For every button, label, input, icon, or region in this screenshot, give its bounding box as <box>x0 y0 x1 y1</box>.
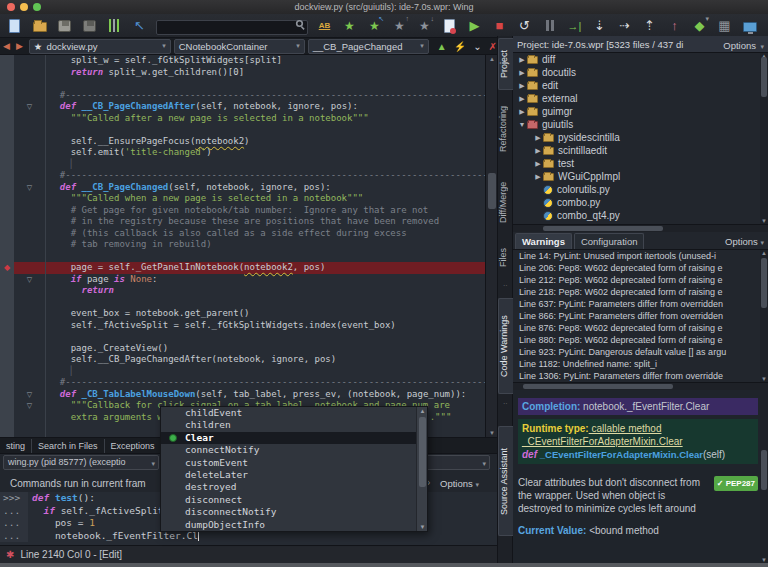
code-line[interactable]: ▏ <box>0 366 485 378</box>
code-line[interactable]: self.__EnsurePageFocus(notebook2) <box>0 136 485 148</box>
bottom-tab-sting[interactable]: sting <box>0 439 32 453</box>
secondary-select[interactable]: ▾ <box>426 455 490 470</box>
scroll-up-icon[interactable]: ▲ <box>760 250 768 256</box>
tree-expand-icon[interactable]: ▶ <box>533 160 543 168</box>
code-line[interactable]: return <box>0 285 485 297</box>
bottom-tab-exceptions[interactable]: Exceptions <box>105 439 162 453</box>
code-line[interactable]: return split_w.get_children()[0] <box>0 67 485 79</box>
completion-item[interactable]: destroyed <box>161 481 427 493</box>
step-out-button[interactable]: ⇡ <box>641 17 658 34</box>
step-over-button[interactable]: ⇢ <box>616 17 633 34</box>
code-line[interactable]: ▽ def __CB_PageChangedAfter(self, notebo… <box>0 101 485 113</box>
runtime-type-link[interactable]: callable method <box>589 423 662 434</box>
code-line[interactable]: ◆ page = self._GetPanelInNotebook(notebo… <box>0 262 485 274</box>
warning-row[interactable]: Line 14: PyLint: Unused import itertools… <box>513 250 760 262</box>
step-over-call-button[interactable]: ⇣ <box>591 17 608 34</box>
warning-row[interactable]: Line 212: Pep8: W602 deprecated form of … <box>513 274 760 286</box>
code-line[interactable]: self.__CB_PageChangedAfter(notebook, ign… <box>0 354 485 366</box>
code-line[interactable]: ▏ <box>0 159 485 171</box>
debug-console-button[interactable] <box>741 17 758 34</box>
scrollbar-thumb[interactable] <box>523 384 673 389</box>
tree-expand-icon[interactable]: ▶ <box>517 82 527 90</box>
scrollbar-thumb[interactable] <box>543 226 663 231</box>
warnings-hscrollbar[interactable] <box>513 382 768 390</box>
breakpoint-manager-button[interactable]: ▦ <box>716 17 733 34</box>
warning-row[interactable]: Line 1182: Undefined name: split_i <box>513 358 760 370</box>
completion-item[interactable]: connectNotify <box>161 444 427 456</box>
tree-item[interactable]: ▶guimgr <box>513 105 760 118</box>
add-bookmark-button[interactable]: ★ <box>341 17 358 34</box>
tree-expand-icon[interactable]: ▶ <box>517 56 527 64</box>
chevron-down-icon[interactable]: ▾ <box>162 42 166 50</box>
tree-item[interactable]: ▶WGuiCppImpl <box>513 170 760 183</box>
scrollbar-thumb[interactable] <box>761 258 767 308</box>
save-as-button[interactable] <box>81 17 98 34</box>
vertical-tab-diff-merge[interactable]: Diff/Merge <box>498 168 513 236</box>
vertical-tab-files[interactable]: Files <box>498 238 513 276</box>
vertical-tab-project[interactable]: Project <box>498 38 513 90</box>
tree-item[interactable]: ▼guiutils <box>513 118 760 131</box>
close-icon[interactable]: ✗ <box>489 41 497 52</box>
chevron-down-icon[interactable]: ⌄ <box>473 41 481 52</box>
warnings-options-button[interactable]: Options ▾ <box>725 236 764 249</box>
tree-item[interactable]: ▶pysidescintilla <box>513 131 760 144</box>
completion-item[interactable]: children <box>161 419 427 431</box>
code-line[interactable]: self.emit('title-changed') <box>0 147 485 159</box>
search-input[interactable] <box>156 20 308 35</box>
code-line[interactable]: # Get page for given notebook/tab number… <box>0 205 485 217</box>
code-line[interactable] <box>0 78 485 90</box>
warning-row[interactable]: Line 876: Pep8: W602 deprecated form of … <box>513 322 760 334</box>
toggle-breakpoint-button[interactable]: ◆▾ <box>691 17 708 34</box>
chevron-down-icon[interactable]: ▾ <box>296 42 300 50</box>
code-line[interactable] <box>0 297 485 309</box>
scroll-down-icon[interactable]: ▼ <box>760 557 768 563</box>
scrollbar-thumb[interactable] <box>761 450 767 490</box>
code-line[interactable]: #---------------------------------------… <box>0 377 485 389</box>
project-options-button[interactable]: Options ▾ <box>723 35 764 53</box>
tree-item[interactable]: ▶scintillaedit <box>513 144 760 157</box>
run-debug-button[interactable]: ▶ <box>466 17 483 34</box>
code-line[interactable]: # in the registry because these are posi… <box>0 216 485 228</box>
tab-dockview[interactable]: ★ dockview.py ▾ <box>29 39 171 54</box>
code-editor[interactable]: split_w = self._fGtkSplitWidgets[split] … <box>0 55 485 437</box>
prev-bookmark-button[interactable]: ★↑ <box>391 17 408 34</box>
breakpoint-icon[interactable]: ◆ <box>0 262 14 274</box>
warnings-scrollbar[interactable]: ▲ ▼ <box>760 250 768 382</box>
stop-debug-button[interactable]: ■ <box>491 17 508 34</box>
tree-expand-icon[interactable]: ▶ <box>533 134 543 142</box>
scroll-down-icon[interactable]: ▼ <box>417 524 428 530</box>
code-line[interactable]: split_w = self._fGtkSplitWidgets[split] <box>0 55 485 67</box>
save-button[interactable] <box>56 17 73 34</box>
tree-expand-icon[interactable]: ▼ <box>517 121 527 128</box>
code-line[interactable]: #---------------------------------------… <box>0 170 485 182</box>
code-line[interactable]: #---------------------------------------… <box>0 90 485 102</box>
tree-expand-icon[interactable]: ▶ <box>533 173 543 181</box>
next-bookmark-button[interactable]: ★↓ <box>416 17 433 34</box>
pause-button[interactable] <box>541 17 558 34</box>
lightning-icon[interactable]: ⚡ <box>454 41 466 52</box>
code-line[interactable] <box>0 331 485 343</box>
fold-arrow-icon[interactable]: ▽ <box>14 389 46 401</box>
tree-item[interactable]: ▶docutils <box>513 66 760 79</box>
code-line[interactable]: ▽ if page is None: <box>0 274 485 286</box>
debug-process-select[interactable]: wing.py (pid 85777) (exceptio ▾ <box>3 455 159 470</box>
tree-item[interactable]: ▶external <box>513 92 760 105</box>
fold-arrow-icon[interactable]: ▽ <box>14 274 46 286</box>
code-line[interactable]: page._CreateView() <box>0 343 485 355</box>
completion-item[interactable]: deleteLater <box>161 469 427 481</box>
code-line[interactable]: # tab removing in rebuild) <box>0 239 485 251</box>
completion-item[interactable]: Clear <box>161 432 427 444</box>
warning-row[interactable]: Line 1306: PyLint: Parameters differ fro… <box>513 370 760 382</box>
editor-scrollbar[interactable]: ▲ ▼ <box>485 55 497 437</box>
replace-button[interactable]: AB <box>316 17 333 34</box>
scrollbar-thumb[interactable] <box>488 173 496 209</box>
tab-configuration[interactable]: Configuration <box>574 233 645 249</box>
warning-row[interactable]: Line 206: Pep8: W602 deprecated form of … <box>513 262 760 274</box>
probe-options-button[interactable]: Options ▾ <box>440 478 479 489</box>
open-file-button[interactable] <box>31 17 48 34</box>
chevron-down-icon[interactable]: ▾ <box>420 42 424 50</box>
forward-button[interactable]: ▶ <box>13 41 26 51</box>
frame-up-button[interactable]: ↑ <box>666 17 683 34</box>
scroll-up-icon[interactable]: ▲ <box>417 408 428 414</box>
vertical-tab-source-assistant[interactable]: Source Assistant <box>498 426 513 536</box>
